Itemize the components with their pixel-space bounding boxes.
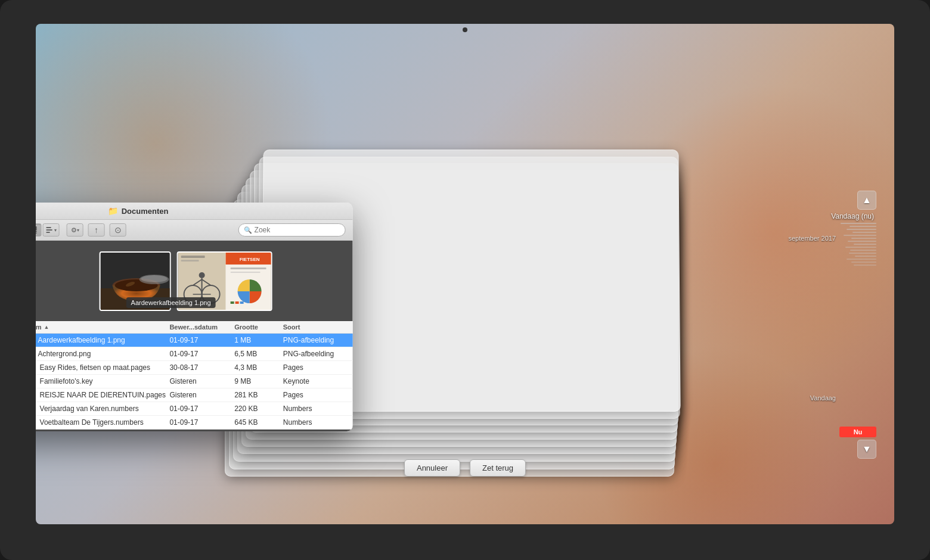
svg-text:FIETSEN: FIETSEN — [240, 257, 260, 262]
file-size: 281 KB — [234, 391, 283, 399]
table-row[interactable]: 📄REISJE NAAR DE DIERENTUIN.pages Gistere… — [36, 388, 353, 402]
main-content: Aardewerkafbeelding 1.png — [36, 241, 353, 431]
file-size: 6,5 MB — [234, 350, 283, 358]
table-row[interactable]: 🖼Achtergrond.png 01-09-17 6,5 MB PNG-afb… — [36, 347, 353, 361]
table-row[interactable]: 🖼Aardewerkafbeelding 1.png 01-09-17 1 MB… — [36, 334, 353, 347]
sort-arrow: ▲ — [44, 324, 49, 330]
macbook-bezel: 📁 Documenten ‹ › — [0, 0, 930, 560]
search-input[interactable] — [255, 226, 340, 234]
svg-rect-13 — [46, 227, 51, 228]
file-date: 01-09-17 — [169, 418, 234, 427]
svg-rect-15 — [46, 232, 50, 233]
file-kind: Pages — [283, 391, 348, 399]
view-buttons: ▾ — [36, 223, 60, 237]
tick — [847, 259, 876, 260]
tm-down-button[interactable]: ▼ — [857, 440, 876, 459]
file-size: 9 MB — [234, 377, 283, 385]
file-name: Achtergrond.png — [38, 350, 91, 358]
svg-rect-11 — [36, 231, 37, 232]
svg-rect-38 — [231, 267, 266, 269]
zet-terug-button[interactable]: Zet terug — [470, 459, 526, 477]
svg-rect-10 — [36, 226, 37, 231]
file-kind: Keynote — [283, 377, 348, 385]
tick — [850, 226, 876, 227]
svg-rect-33 — [181, 256, 205, 258]
table-row[interactable]: 📊Familiefoto's.key Gisteren 9 MB Keynote — [36, 375, 353, 388]
tm-up-button[interactable]: ▲ — [857, 191, 876, 210]
tick — [844, 235, 876, 236]
file-name: Familiefoto's.key — [40, 377, 93, 385]
finder-window: 📁 Documenten ‹ › — [36, 203, 353, 431]
col-header-date[interactable]: Bewer...sdatum — [169, 323, 234, 331]
finder-title: 📁 Documenten — [108, 206, 169, 216]
tick — [854, 244, 876, 245]
now-bar[interactable]: Nu — [839, 427, 876, 437]
file-kind: Numbers — [283, 418, 348, 427]
svg-point-31 — [199, 272, 205, 278]
tick — [849, 253, 876, 254]
preview-tooltip: Aardewerkafbeelding 1.png — [126, 297, 216, 308]
window-title: Documenten — [122, 207, 169, 216]
tick — [851, 238, 876, 239]
tick — [841, 223, 876, 224]
tick — [855, 256, 876, 257]
file-list-header: Naam ▲ Bewer...sdatum Grootte Soort — [36, 321, 353, 334]
table-row[interactable]: 📊Voetbalteam De Tijgers.numbers 01-09-17… — [36, 416, 353, 430]
svg-rect-39 — [231, 272, 261, 273]
preview-area: Aardewerkafbeelding 1.png — [36, 241, 353, 321]
col-header-size[interactable]: Grootte — [234, 323, 283, 331]
file-kind: PNG-afbeelding — [283, 336, 348, 344]
file-size: 1 MB — [234, 336, 283, 344]
svg-rect-42 — [235, 301, 239, 304]
september-2017-label: september 2017 — [789, 235, 836, 242]
col-header-name[interactable]: Naam ▲ — [36, 323, 169, 331]
svg-rect-34 — [181, 260, 199, 262]
file-list-container: Naam ▲ Bewer...sdatum Grootte Soort 🖼Aar… — [36, 321, 353, 430]
file-size: 220 KB — [234, 405, 283, 413]
svg-rect-41 — [231, 301, 234, 304]
now-label: Nu — [854, 428, 863, 435]
file-name: Verjaardag van Karen.numbers — [40, 405, 139, 413]
up-arrow-icon: ▲ — [862, 195, 872, 206]
file-name: Voetbalteam De Tijgers.numbers — [40, 418, 144, 427]
file-kind: Pages — [283, 363, 348, 372]
title-folder-icon: 📁 — [108, 206, 118, 216]
tick — [847, 229, 876, 230]
finder-toolbar: ‹ › — [36, 220, 353, 241]
svg-rect-14 — [46, 229, 52, 231]
file-size: 645 KB — [234, 418, 283, 427]
col-header-kind[interactable]: Soort — [283, 323, 348, 331]
share-button[interactable]: ↑ — [88, 223, 105, 237]
table-row[interactable]: 📊Verjaardag van Karen.numbers 01-09-17 2… — [36, 402, 353, 416]
tick — [854, 265, 876, 266]
file-name: Aardewerkafbeelding 1.png — [38, 336, 125, 344]
timeline-ticks: september 2017 Vandaag — [829, 223, 876, 437]
tick — [850, 250, 876, 251]
tm-timeline: ▲ Vandaag (nu) september 2017 Vandaag — [829, 191, 876, 459]
gear-button[interactable]: ⚙ ▾ — [67, 223, 83, 237]
file-size: 4,3 MB — [234, 363, 283, 372]
annuleer-button[interactable]: Annuleer — [404, 459, 460, 477]
file-name: Easy Rides, fietsen op maat.pages — [40, 363, 150, 372]
tag-button[interactable]: ⊙ — [110, 223, 126, 237]
table-row[interactable]: 📄Easy Rides, fietsen op maat.pages 30-08… — [36, 361, 353, 375]
vandaag-nu-label: Vandaag (nu) — [831, 212, 874, 220]
tick — [851, 262, 876, 263]
search-bar[interactable]: 🔍 — [238, 223, 346, 237]
file-date: 30-08-17 — [169, 363, 234, 372]
tick — [848, 241, 876, 242]
svg-rect-43 — [240, 301, 244, 304]
gear-icon: ⚙ — [71, 226, 77, 234]
svg-point-22 — [141, 275, 168, 282]
finder-body: Favorieten 🗂 Documenten 🖥 Bureaublad 🕐 R… — [36, 241, 353, 431]
bottom-buttons: Annuleer Zet terug — [404, 459, 526, 477]
arrange-button[interactable]: ▾ — [43, 223, 60, 237]
file-date: 01-09-17 — [169, 336, 234, 344]
tick — [845, 247, 876, 248]
file-date: 01-09-17 — [169, 350, 234, 358]
screen: 📁 Documenten ‹ › — [36, 24, 894, 524]
file-kind: PNG-afbeelding — [283, 350, 348, 358]
webcam — [463, 27, 467, 32]
file-name: REISJE NAAR DE DIERENTUIN.pages — [40, 391, 166, 399]
cover-flow-button[interactable] — [36, 223, 42, 237]
